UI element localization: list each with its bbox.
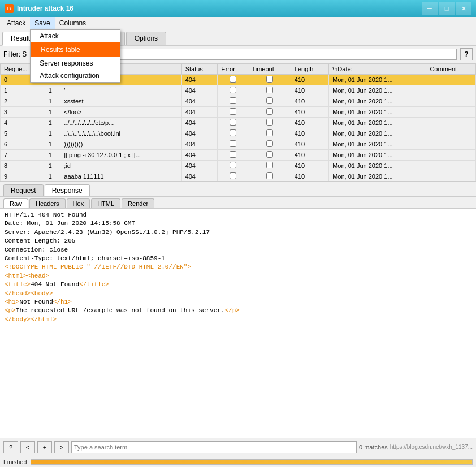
table-row[interactable]: 71|| ping -i 30 127.0.0.1 ; x ||...40441… [1, 150, 476, 161]
response-line: <h1>Not Found</h1> [5, 298, 471, 306]
minimize-button[interactable]: ─ [422, 2, 438, 15]
col-timeout: Timeout [248, 64, 291, 75]
filter-label: Filter: S [3, 50, 27, 58]
table-row[interactable]: 51..\..\..\..\..\..\..\boot.ini404410Mon… [1, 128, 476, 139]
menu-attack[interactable]: Attack [2, 17, 30, 29]
response-line: </body></html> [5, 315, 471, 324]
html-content: 404 Not Found [31, 281, 79, 288]
filter-help-button[interactable]: ? [460, 48, 473, 60]
menu-bar: Attack Save Attack Results table Server … [0, 17, 476, 29]
table-row[interactable]: 61)))))))))404410Mon, 01 Jun 2020 1... [1, 139, 476, 150]
table-row[interactable]: 21xsstest404410Mon, 01 Jun 2020 1... [1, 96, 476, 107]
table-row[interactable]: 31</foo>404410Mon, 01 Jun 2020 1... [1, 107, 476, 118]
status-text: Finished [3, 459, 27, 465]
html-close-tag: </p> [224, 307, 239, 314]
close-button[interactable]: ✕ [456, 2, 471, 15]
col-status: Status [181, 64, 218, 75]
prev-button[interactable]: < [20, 441, 35, 453]
response-line: Content-Length: 205 [5, 237, 471, 245]
matches-label: 0 matches [359, 444, 388, 451]
response-line: <html><head> [5, 272, 471, 280]
progress-fill [31, 460, 472, 464]
response-line: <!DOCTYPE HTML PUBLIC "-//IETF//DTD HTML… [5, 263, 471, 271]
app-icon: B [5, 4, 14, 13]
dropdown-server-responses[interactable]: Server responses [31, 57, 120, 70]
title-bar: B Intruder attack 16 ─ □ ✕ [0, 0, 476, 17]
tab-response[interactable]: Response [45, 184, 90, 196]
format-raw[interactable]: Raw [3, 198, 28, 208]
dropdown-attack-configuration[interactable]: Attack configuration [31, 70, 120, 82]
format-headers[interactable]: Headers [29, 198, 66, 208]
window-title: Intruder attack 16 [17, 5, 73, 12]
col-length: Length [291, 64, 328, 75]
html-open-tag: <h1> [5, 299, 19, 305]
menu-columns[interactable]: Columns [55, 17, 90, 29]
dropdown-attack[interactable]: Attack [31, 30, 120, 42]
table-row[interactable]: 11'404410Mon, 01 Jun 2020 1... [1, 85, 476, 96]
html-content: Not Found [19, 299, 53, 305]
col-comment: Comment [426, 64, 476, 75]
col-error: Error [218, 64, 248, 75]
response-line: Server: Apache/2.4.23 (Win32) OpenSSL/1.… [5, 228, 471, 237]
table-row[interactable]: 91aaaba 111111404410Mon, 01 Jun 2020 1..… [1, 171, 476, 182]
menu-save[interactable]: Save [30, 17, 54, 29]
dropdown-results-table[interactable]: Results table [31, 42, 120, 57]
table-row[interactable]: 81;id404410Mon, 01 Jun 2020 1... [1, 161, 476, 171]
search-input[interactable] [71, 441, 357, 453]
response-line: </head><body> [5, 289, 471, 298]
format-bar: Raw Headers Hex HTML Render [0, 197, 476, 209]
col-date: \nDate: [329, 64, 426, 75]
req-resp-bar: Request Response [0, 182, 476, 197]
html-open-tag: <title> [5, 281, 31, 288]
status-bar: Finished [0, 456, 476, 467]
html-close-tag: </h1> [53, 299, 72, 305]
response-line: <p>The requested URL /example was not fo… [5, 306, 471, 315]
response-content: HTTP/1.1 404 Not FoundDate: Mon, 01 Jun … [0, 209, 476, 438]
next-button[interactable]: > [54, 441, 69, 453]
bottom-bar: ? < + > 0 matches https://blog.csdn.net/… [0, 438, 476, 456]
html-close-tag: </title> [79, 281, 109, 288]
response-line: Connection: close [5, 246, 471, 254]
html-open-tag: <p> [5, 307, 16, 314]
maximize-button[interactable]: □ [439, 2, 455, 15]
tab-request[interactable]: Request [3, 184, 44, 196]
format-render[interactable]: Render [122, 198, 154, 208]
save-dropdown: Attack Results table Server responses At… [30, 29, 120, 83]
watermark-label: https://blog.csdn.net/wxh_1137... [390, 444, 473, 450]
plus-button[interactable]: + [37, 441, 52, 453]
tab-options[interactable]: Options [126, 32, 166, 45]
progress-bar [31, 459, 473, 465]
help-nav-button[interactable]: ? [3, 441, 18, 453]
format-html[interactable]: HTML [91, 198, 120, 208]
response-line: Date: Mon, 01 Jun 2020 14:15:58 GMT [5, 219, 471, 228]
response-line: <title>404 Not Found</title> [5, 280, 471, 289]
html-content: The requested URL /example was not found… [16, 307, 225, 314]
format-hex[interactable]: Hex [67, 198, 90, 208]
response-line: HTTP/1.1 404 Not Found [5, 211, 471, 219]
response-line: Content-Type: text/html; charset=iso-885… [5, 254, 471, 263]
table-row[interactable]: 41../../../../../../etc/p...404410Mon, 0… [1, 118, 476, 128]
